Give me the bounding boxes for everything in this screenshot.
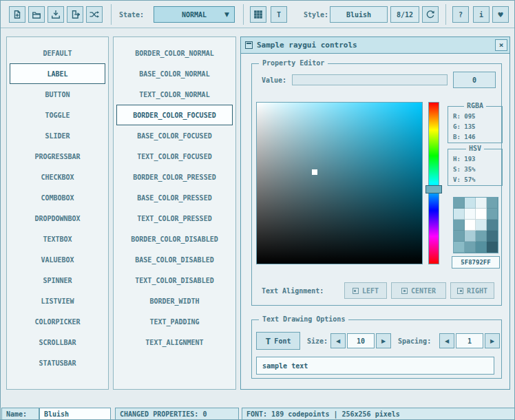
property-item-text_color_disabled[interactable]: TEXT_COLOR_DISABLED: [116, 270, 233, 291]
property-item-base_color_pressed[interactable]: BASE_COLOR_PRESSED: [116, 187, 233, 208]
close-button[interactable]: ×: [495, 39, 507, 51]
random-style-button[interactable]: [86, 6, 103, 23]
color-picker-cursor[interactable]: [312, 169, 317, 175]
property-item-base_color_normal[interactable]: BASE_COLOR_NORMAL: [116, 63, 233, 84]
property-item-border_color_focused[interactable]: BORDER_COLOR_FOCUSED: [116, 105, 233, 125]
reload-style-button[interactable]: [422, 6, 439, 23]
hue-slider-handle[interactable]: [425, 185, 442, 193]
toolbar-separator: [243, 4, 244, 25]
control-item-spinner[interactable]: SPINNER: [10, 270, 105, 291]
font-T-icon: T: [266, 336, 271, 346]
style-index-button[interactable]: 8/12: [390, 6, 419, 23]
palette-color-9[interactable]: [465, 220, 476, 231]
size-value-input[interactable]: [347, 333, 375, 348]
hex-value-box[interactable]: 5F8792FF: [452, 256, 500, 269]
palette-color-1[interactable]: [465, 198, 476, 209]
palette-color-11[interactable]: [487, 220, 498, 231]
property-item-text_color_normal[interactable]: TEXT_COLOR_NORMAL: [116, 84, 233, 105]
palette-color-12[interactable]: [454, 231, 465, 242]
palette-color-8[interactable]: [454, 220, 465, 231]
control-item-label[interactable]: LABEL: [10, 63, 105, 84]
property-item-text_alignment[interactable]: TEXT_ALIGNMENT: [116, 332, 233, 353]
property-item-text_color_pressed[interactable]: TEXT_COLOR_PRESSED: [116, 208, 233, 229]
table-view-button[interactable]: [250, 6, 266, 23]
control-item-listview[interactable]: LISTVIEW: [10, 291, 105, 311]
sample-text-input[interactable]: [256, 357, 494, 375]
palette-color-5[interactable]: [465, 209, 476, 220]
align-right-icon: [457, 288, 463, 294]
property-item-text_color_focused[interactable]: TEXT_COLOR_FOCUSED: [116, 146, 233, 167]
open-file-button[interactable]: [28, 6, 45, 23]
control-item-colorpicker[interactable]: COLORPICKER: [10, 311, 105, 332]
hue-bar[interactable]: [428, 102, 439, 264]
palette-color-6[interactable]: [476, 209, 487, 220]
align-left-button[interactable]: LEFT: [344, 282, 387, 299]
palette-color-10[interactable]: [476, 220, 487, 231]
control-item-default[interactable]: DEFAULT: [10, 43, 105, 63]
color-picker-panel[interactable]: [256, 102, 423, 264]
rguistyler-app: State: NORMAL ▼ T Style: Bluish 8/12 ? i: [0, 0, 515, 420]
control-item-checkbox[interactable]: CHECKBOX: [10, 167, 105, 187]
sample-controls-window: Sample raygui controls × Property Editor…: [240, 36, 510, 390]
spacing-label: Spacing:: [398, 333, 431, 348]
text-editor-button[interactable]: T: [271, 6, 287, 23]
property-item-border_width[interactable]: BORDER_WIDTH: [116, 291, 233, 311]
control-item-dropdownbox[interactable]: DROPDOWNBOX: [10, 208, 105, 229]
font-button[interactable]: T Font: [256, 332, 300, 350]
statusbar-name-label: Name:: [1, 408, 39, 420]
open-folder-icon: [32, 10, 41, 19]
control-item-scrollbar[interactable]: SCROLLBAR: [10, 332, 105, 353]
property-item-text_padding[interactable]: TEXT_PADDING: [116, 311, 233, 332]
style-name-button[interactable]: Bluish: [330, 6, 388, 23]
hsv-h: H: 193: [448, 154, 502, 164]
value-slider[interactable]: [292, 74, 448, 85]
control-item-progressbar[interactable]: PROGRESSBAR: [10, 146, 105, 167]
chevron-right-icon: ▶: [381, 338, 386, 344]
state-value: NORMAL: [182, 11, 207, 19]
size-decrease-button[interactable]: ◀: [330, 333, 346, 348]
palette-color-14[interactable]: [476, 231, 487, 242]
control-item-statusbar[interactable]: STATUSBAR: [10, 353, 105, 373]
control-item-button[interactable]: BUTTON: [10, 84, 105, 105]
palette-color-3[interactable]: [487, 198, 498, 209]
property-item-base_color_disabled[interactable]: BASE_COLOR_DISABLED: [116, 249, 233, 270]
sponsor-button[interactable]: ♥: [492, 6, 509, 23]
style-name-input[interactable]: [39, 408, 111, 420]
palette-color-18[interactable]: [476, 242, 487, 253]
palette-color-17[interactable]: [465, 242, 476, 253]
property-item-border_color_normal[interactable]: BORDER_COLOR_NORMAL: [116, 43, 233, 63]
new-file-button[interactable]: [9, 6, 25, 23]
state-dropdown[interactable]: NORMAL ▼: [154, 6, 235, 23]
property-item-base_color_focused[interactable]: BASE_COLOR_FOCUSED: [116, 125, 233, 146]
palette-color-4[interactable]: [454, 209, 465, 220]
property-item-border_color_disabled[interactable]: BORDER_COLOR_DISABLED: [116, 229, 233, 249]
help-button[interactable]: ?: [452, 6, 469, 23]
align-right-button[interactable]: RIGHT: [450, 282, 494, 299]
window-titlebar[interactable]: Sample raygui controls ×: [241, 37, 509, 54]
size-increase-button[interactable]: ▶: [376, 333, 391, 348]
save-file-button[interactable]: [48, 6, 64, 23]
export-file-button[interactable]: [67, 6, 83, 23]
spacing-increase-button[interactable]: ▶: [485, 333, 500, 348]
palette-color-15[interactable]: [487, 231, 498, 242]
spacing-value-input[interactable]: [456, 333, 483, 348]
control-item-valuebox[interactable]: VALUEBOX: [10, 249, 105, 270]
control-item-combobox[interactable]: COMBOBOX: [10, 187, 105, 208]
palette-color-13[interactable]: [465, 231, 476, 242]
value-box[interactable]: 0: [453, 72, 496, 88]
rgba-title: RGBA: [464, 102, 486, 109]
grid-icon: [253, 10, 263, 19]
palette-color-7[interactable]: [487, 209, 498, 220]
palette-color-0[interactable]: [454, 198, 465, 209]
align-center-button[interactable]: CENTER: [391, 282, 446, 299]
about-button[interactable]: i: [473, 6, 490, 23]
control-item-textbox[interactable]: TEXTBOX: [10, 229, 105, 249]
property-item-border_color_pressed[interactable]: BORDER_COLOR_PRESSED: [116, 167, 233, 187]
properties-list: BORDER_COLOR_NORMALBASE_COLOR_NORMALTEXT…: [113, 36, 236, 390]
spacing-decrease-button[interactable]: ◀: [439, 333, 454, 348]
control-item-slider[interactable]: SLIDER: [10, 125, 105, 146]
palette-color-2[interactable]: [476, 198, 487, 209]
palette-color-16[interactable]: [454, 242, 465, 253]
control-item-toggle[interactable]: TOGGLE: [10, 105, 105, 125]
palette-color-19[interactable]: [487, 242, 498, 253]
